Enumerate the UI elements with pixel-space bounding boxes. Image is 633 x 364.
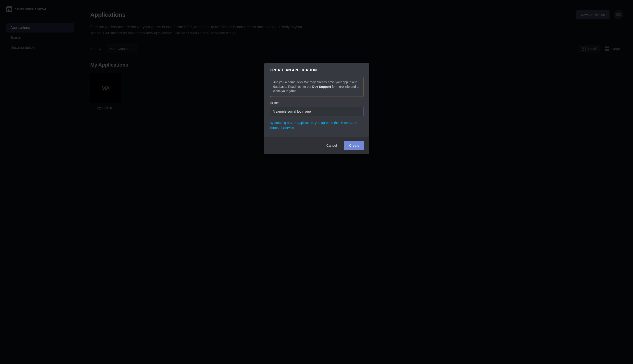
dev-support-link[interactable]: Dev Support <box>312 85 331 88</box>
name-field-label: NAME* <box>270 102 363 105</box>
tos-agreement-link[interactable]: By creating an API application, you agre… <box>270 120 363 130</box>
required-indicator: * <box>278 102 279 105</box>
modal-overlay[interactable]: CREATE AN APPLICATION Are you a game dev… <box>0 0 633 364</box>
application-name-input[interactable] <box>270 107 363 116</box>
create-application-modal: CREATE AN APPLICATION Are you a game dev… <box>264 63 369 154</box>
modal-title: CREATE AN APPLICATION <box>270 68 363 72</box>
modal-footer: Cancel Create <box>264 137 369 154</box>
create-button[interactable]: Create <box>344 141 364 150</box>
game-dev-info-box: Are you a game dev? We may already have … <box>270 77 363 97</box>
cancel-button[interactable]: Cancel <box>324 141 340 150</box>
